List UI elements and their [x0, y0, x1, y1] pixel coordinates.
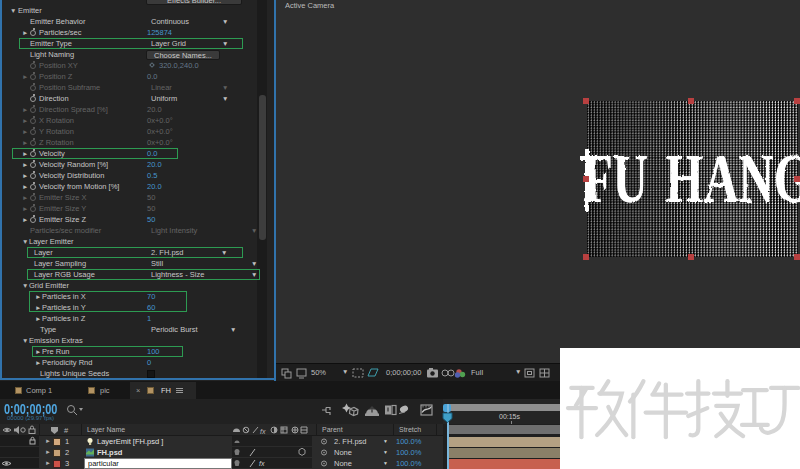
svg-text:#: #: [64, 426, 69, 435]
svg-text:fx: fx: [260, 428, 266, 435]
